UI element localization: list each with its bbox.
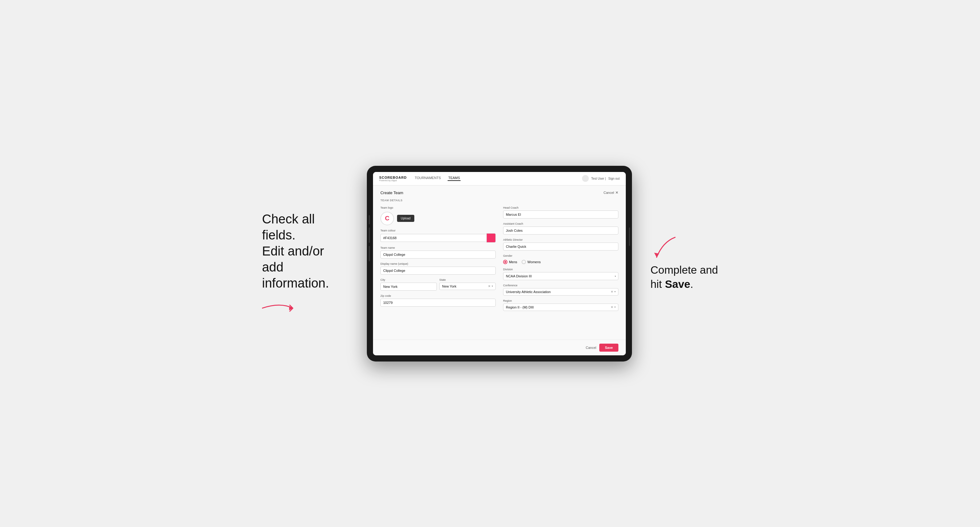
state-group: State New York ✕ ▾ (439, 278, 496, 290)
gender-label: Gender (503, 254, 618, 257)
division-select[interactable]: NCAA Division III (503, 272, 618, 280)
brand-title: SCOREBOARD (379, 176, 407, 179)
right-annotation-line2: hit (651, 278, 665, 290)
team-name-input[interactable] (380, 251, 496, 259)
division-select-wrapper: NCAA Division III ▾ (503, 272, 618, 280)
right-annotation-period: . (690, 278, 693, 290)
content-area: Create Team Cancel ✕ TEAM DETAILS Team l… (373, 186, 626, 340)
athletic-director-input[interactable] (503, 243, 618, 251)
state-value: New York (442, 284, 488, 288)
head-coach-input[interactable] (503, 211, 618, 219)
gender-mens-label: Mens (509, 260, 517, 264)
form-right: Head Coach Assistant Coach Athletic Dire… (503, 206, 618, 311)
state-clear-icon[interactable]: ✕ (488, 284, 490, 288)
upload-button[interactable]: Upload (397, 215, 414, 222)
tablet-frame: SCOREBOARD Powered by clippd TOURNAMENTS… (367, 166, 632, 362)
annotation-line2: Edit and/or add (262, 244, 324, 274)
conference-clear-icon[interactable]: ✕ (611, 290, 613, 294)
page-wrapper: Check all fields. Edit and/or add inform… (12, 166, 968, 362)
city-label: City (380, 278, 437, 281)
right-annotation-line1: Complete and (651, 264, 718, 276)
cancel-header[interactable]: Cancel ✕ (604, 190, 618, 195)
division-group: Division NCAA Division III ▾ (503, 268, 618, 280)
display-name-input[interactable] (380, 267, 496, 275)
annotation-line1: Check all fields. (262, 212, 315, 242)
nav-links: TOURNAMENTS TEAMS (414, 176, 582, 181)
nav-tournaments[interactable]: TOURNAMENTS (414, 176, 441, 181)
tablet-screen: SCOREBOARD Powered by clippd TOURNAMENTS… (373, 172, 626, 356)
state-select[interactable]: New York ✕ ▾ (439, 283, 496, 290)
zip-label: Zip code (380, 294, 496, 297)
asst-coach-label: Assistant Coach (503, 222, 618, 225)
brand-sub: Powered by clippd (379, 179, 407, 181)
display-name-group: Display name (unique) (380, 262, 496, 275)
asst-coach-input[interactable] (503, 227, 618, 235)
division-label: Division (503, 268, 618, 271)
gender-mens-option[interactable]: Mens (503, 260, 517, 264)
left-annotation: Check all fields. Edit and/or add inform… (262, 211, 348, 316)
gender-group: Gender Mens Womens (503, 254, 618, 264)
zip-input[interactable] (380, 298, 496, 306)
region-group: Region Region II - (M) DIII ✕ ▾ (503, 299, 618, 311)
team-colour-input[interactable] (380, 234, 487, 242)
conference-value: University Athletic Association (506, 290, 611, 294)
nav-teams[interactable]: TEAMS (448, 176, 461, 181)
form-left: Team logo C Upload Team colour (380, 206, 496, 311)
region-value: Region II - (M) DIII (506, 305, 611, 309)
gender-womens-option[interactable]: Womens (522, 260, 541, 264)
chevron-down-icon: ▾ (614, 306, 616, 308)
signout-link[interactable]: Sign out (608, 177, 620, 180)
form-body: Team logo C Upload Team colour (380, 206, 618, 311)
close-icon: ✕ (615, 190, 618, 195)
color-row (380, 233, 496, 243)
zip-group: Zip code (380, 294, 496, 306)
section-label: TEAM DETAILS (380, 199, 618, 202)
left-arrow-icon (262, 300, 299, 316)
save-button[interactable]: Save (599, 344, 618, 352)
radio-womens-icon (522, 260, 526, 264)
form-title: Create Team (380, 190, 403, 195)
chevron-down-icon: ▾ (614, 290, 616, 293)
region-select[interactable]: Region II - (M) DIII ✕ ▾ (503, 303, 618, 311)
head-coach-group: Head Coach (503, 206, 618, 219)
city-input[interactable] (380, 283, 437, 290)
user-label: Test User | (591, 177, 606, 180)
athletic-director-group: Athletic Director (503, 238, 618, 251)
gender-radio-row: Mens Womens (503, 260, 618, 264)
state-label: State (439, 278, 496, 281)
athletic-director-label: Athletic Director (503, 238, 618, 241)
team-logo-label: Team logo (380, 206, 496, 209)
team-name-label: Team name (380, 246, 496, 249)
color-swatch[interactable] (487, 233, 496, 243)
avatar (582, 175, 589, 182)
right-arrow-icon (651, 236, 681, 260)
navbar: SCOREBOARD Powered by clippd TOURNAMENTS… (373, 172, 626, 186)
conference-select[interactable]: University Athletic Association ✕ ▾ (503, 288, 618, 295)
team-colour-label: Team colour (380, 229, 496, 232)
form-header: Create Team Cancel ✕ (380, 190, 618, 195)
team-logo-group: Team logo C Upload (380, 206, 496, 225)
team-colour-group: Team colour (380, 229, 496, 243)
region-clear-icon[interactable]: ✕ (611, 305, 613, 309)
city-group: City (380, 278, 437, 290)
right-annotation: Complete and hit Save. (651, 236, 718, 291)
cancel-button[interactable]: Cancel (586, 346, 596, 349)
conference-group: Conference University Athletic Associati… (503, 284, 618, 295)
city-state-row: City State New York ✕ ▾ (380, 278, 496, 290)
gender-womens-label: Womens (527, 260, 541, 264)
right-annotation-bold: Save (665, 278, 690, 290)
annotation-line3: information. (262, 276, 329, 290)
region-label: Region (503, 299, 618, 302)
logo-area: C Upload (380, 212, 496, 225)
brand: SCOREBOARD Powered by clippd (379, 176, 407, 181)
navbar-right: Test User | Sign out (582, 175, 620, 182)
chevron-down-icon: ▾ (492, 285, 493, 287)
display-name-label: Display name (unique) (380, 262, 496, 265)
radio-mens-icon (503, 260, 508, 264)
logo-circle: C (380, 212, 394, 225)
conference-label: Conference (503, 284, 618, 287)
form-footer: Cancel Save (373, 340, 626, 356)
asst-coach-group: Assistant Coach (503, 222, 618, 235)
head-coach-label: Head Coach (503, 206, 618, 209)
team-name-group: Team name (380, 246, 496, 259)
